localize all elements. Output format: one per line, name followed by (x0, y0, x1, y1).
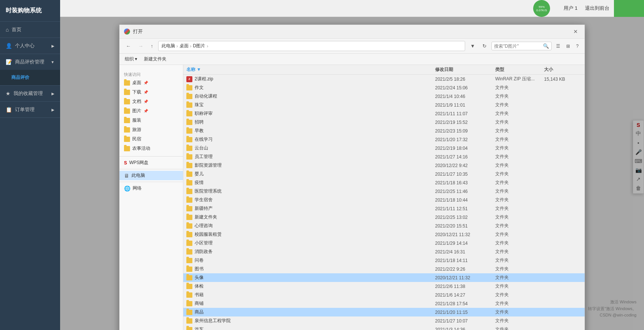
sidebar-item-profile[interactable]: 👤 个人中心 ▶ (0, 38, 60, 54)
file-date: 2021/2/25 13:02 (435, 215, 495, 220)
forward-button[interactable]: → (136, 42, 146, 50)
file-row[interactable]: 书籍2021/1/6 14:27文件夹 (183, 291, 585, 299)
wps-icon: S (124, 160, 127, 166)
left-panel-label-docs: 文档 (132, 98, 141, 105)
sidebar-item-reviews[interactable]: 📝 商品评价管理 ▼ (0, 54, 60, 70)
file-row[interactable]: 早教2021/2/23 15:09文件夹 (183, 127, 585, 135)
organize-button[interactable]: 组织 ▾ (123, 55, 139, 63)
file-name-col: 云台山 (186, 145, 435, 151)
left-panel-item-pc[interactable]: 🖥 此电脑 (119, 171, 183, 180)
col-header-date[interactable]: 修改日期 (435, 66, 495, 73)
file-row[interactable]: 校园服装租赁2020/12/21 11:32文件夹 (183, 230, 585, 239)
dialog-close-button[interactable]: ✕ (571, 28, 580, 35)
file-row[interactable]: 图书2021/2/22 9:26文件夹 (183, 265, 585, 273)
file-row[interactable]: 学生宿舍2021/1/18 10:44文件夹 (183, 196, 585, 204)
file-row[interactable]: 职称评审2021/1/11 11:07文件夹 (183, 109, 585, 118)
file-row[interactable]: 心理咨询2021/2/20 15:51文件夹 (183, 222, 585, 230)
file-row[interactable]: 小区管理2021/1/29 14:14文件夹 (183, 239, 585, 247)
file-row[interactable]: 自动化课程2021/1/4 10:46文件夹 (183, 92, 585, 101)
left-panel-item-pictures[interactable]: 图片 📌 (119, 106, 183, 116)
file-row[interactable]: 泉州信息工程学院2021/1/27 10:07文件夹 (183, 316, 585, 325)
left-panel-item-desktop[interactable]: 桌面 📌 (119, 78, 183, 87)
sidebar-item-home[interactable]: ⌂ 首页 (0, 22, 60, 38)
left-panel-label-desktop: 桌面 (132, 80, 141, 86)
file-date: 2021/1/3 14:36 (435, 327, 495, 330)
col-header-type[interactable]: 类型 (495, 66, 544, 73)
green-action-button[interactable] (614, 0, 644, 17)
search-icon[interactable]: 🔍 (543, 43, 549, 49)
file-date: 2021/1/11 12:51 (435, 206, 495, 211)
left-panel-item-download[interactable]: 下载 📌 (119, 87, 183, 97)
file-row[interactable]: 体检2021/2/6 11:38文件夹 (183, 282, 585, 291)
sidebar-item-review-sub[interactable]: 商品评价 (0, 70, 60, 85)
sidebar-item-orders[interactable]: 📋 订单管理 ▶ (0, 102, 60, 118)
folder-icon (186, 292, 192, 298)
file-row[interactable]: 问卷2021/1/18 14:11文件夹 (183, 256, 585, 265)
file-row[interactable]: Z 2课程.zip 2021/2/5 18:26 WinRAR ZIP 压缩..… (183, 75, 585, 83)
file-row[interactable]: 作文2021/2/24 15:06文件夹 (183, 83, 585, 92)
file-row[interactable]: 婴儿2021/1/27 10:35文件夹 (183, 170, 585, 178)
file-row[interactable]: 商铺2021/1/28 17:54文件夹 (183, 299, 585, 308)
pin-icon-doc: 📌 (144, 99, 148, 104)
left-panel-item-docs[interactable]: 文档 📌 (119, 97, 183, 106)
col-header-size[interactable]: 大小 (544, 66, 582, 73)
speed-rate: 0.07K/S (536, 9, 547, 12)
file-row[interactable]: 珠宝2021/1/9 11:01文件夹 (183, 101, 585, 109)
left-panel-label-network: 网络 (133, 185, 142, 191)
left-panel-item-travel[interactable]: 旅游 (119, 125, 183, 134)
file-row[interactable]: 消防政务2021/2/4 16:31文件夹 (183, 247, 585, 256)
search-input[interactable] (494, 44, 543, 49)
file-row[interactable]: 医院管理系统2021/2/25 11:46文件夹 (183, 187, 585, 196)
left-panel-item-homestay[interactable]: 民宿 (119, 134, 183, 144)
folder-icon (186, 258, 192, 263)
file-name: 在线学习 (195, 136, 213, 143)
file-row[interactable]: 新建文件夹2021/2/25 13:02文件夹 (183, 213, 585, 222)
file-row[interactable]: 在线学习2021/1/20 17:32文件夹 (183, 135, 585, 144)
sidebar-item-favorites[interactable]: ★ 我的收藏管理 ▶ (0, 86, 60, 101)
file-name-col: 图书 (186, 266, 435, 272)
file-row[interactable]: 汽车2021/1/3 14:36文件夹 (183, 325, 585, 330)
logout-back-btn[interactable]: 退出到前台 (585, 5, 609, 12)
left-panel-item-network[interactable]: 🌐 网络 (119, 184, 183, 193)
file-row[interactable]: 疫情2021/1/18 16:43文件夹 (183, 178, 585, 187)
file-row[interactable]: 新疆特产2021/1/11 12:51文件夹 (183, 204, 585, 213)
sidebar: 时装购物系统 ⌂ 首页 👤 个人中心 ▶ 📝 商品评价管理 ▼ 商品评价 ★ 我… (0, 0, 60, 330)
col-header-name[interactable]: 名称 ▼ (186, 66, 435, 73)
pc-icon: 🖥 (124, 173, 129, 179)
left-panel-item-fashion[interactable]: 服装 (119, 116, 183, 125)
file-type: 文件夹 (495, 179, 544, 186)
file-row[interactable]: 云台山2021/2/19 18:04文件夹 (183, 144, 585, 152)
file-name: 泉州信息工程学院 (195, 318, 231, 324)
file-name-col: 学生宿舍 (186, 197, 435, 203)
back-button[interactable]: ← (123, 42, 133, 50)
left-panel-label-pc: 此电脑 (132, 172, 145, 179)
view-list-button[interactable]: ☰ (554, 42, 562, 50)
file-row-selected-touxiang[interactable]: 头像2020/12/21 11:32文件夹 (183, 273, 585, 282)
dropdown-button[interactable]: ▼ (467, 42, 478, 50)
right-panel: 名称 ▼ 修改日期 类型 大小 Z 2课程.zip (183, 65, 585, 330)
file-row[interactable]: 招聘2021/2/19 15:52文件夹 (183, 118, 585, 127)
file-row[interactable]: 影院资源管理2020/12/22 9:42文件夹 (183, 161, 585, 170)
new-folder-button[interactable]: 新建文件夹 (142, 55, 168, 63)
sidebar-section-favorites: ★ 我的收藏管理 ▶ (0, 86, 60, 102)
file-type: 文件夹 (495, 214, 544, 220)
file-type: 文件夹 (495, 110, 544, 117)
file-date: 2021/1/27 14:16 (435, 154, 495, 160)
dialog-nav: ← → ↑ 此电脑 › 桌面 › D图片 › ▼ ↻ 🔍 (119, 39, 585, 54)
help-button[interactable]: ? (574, 42, 581, 50)
file-row[interactable]: 员工管理2021/1/27 14:16文件夹 (183, 152, 585, 161)
refresh-button[interactable]: ↻ (480, 42, 489, 50)
sidebar-label-review-sub: 商品评价 (11, 74, 29, 81)
left-panel-item-wps[interactable]: S WPS网盘 (119, 158, 183, 167)
file-name-col: 商品 (186, 309, 435, 315)
file-row-selected-goods[interactable]: 商品2021/1/20 11:15文件夹 (183, 308, 585, 316)
user-label: 用户 1 (564, 5, 577, 12)
view-details-button[interactable]: ⊞ (564, 42, 572, 50)
up-button[interactable]: ↑ (148, 42, 156, 50)
orders-icon: 📋 (6, 107, 12, 113)
file-type: 文件夹 (495, 266, 544, 272)
breadcrumb[interactable]: 此电脑 › 桌面 › D图片 › (158, 41, 466, 51)
file-date: 2021/2/24 15:06 (435, 85, 495, 90)
folder-icon-pictures (124, 108, 130, 114)
left-panel-item-farming[interactable]: 农事活动 (119, 144, 183, 153)
